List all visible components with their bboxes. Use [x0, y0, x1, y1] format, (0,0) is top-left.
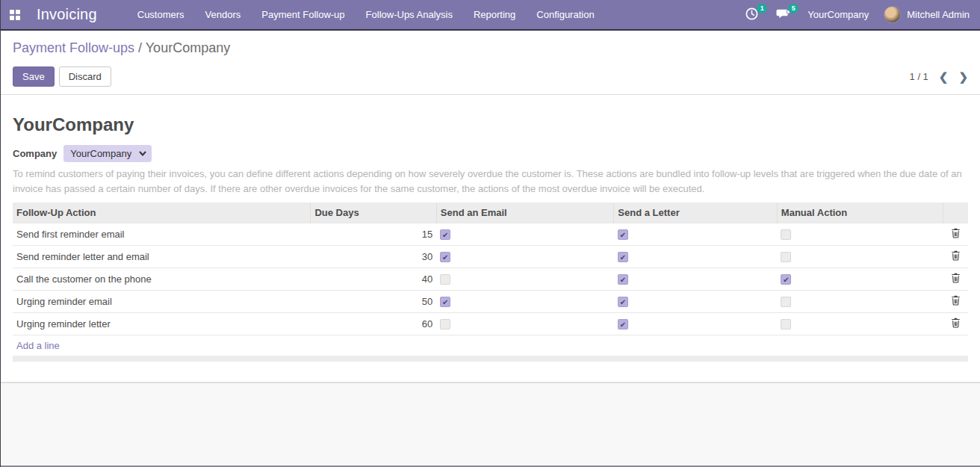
activities-button[interactable]: 1 [745, 7, 761, 23]
cell-due-days[interactable]: 30 [311, 246, 436, 268]
send-email-checkbox[interactable]: ✔ [440, 297, 450, 307]
cell-manual-action [777, 246, 943, 268]
cell-send-email: ✔ [436, 291, 614, 313]
table-row: Send reminder letter and email30✔✔ [13, 246, 968, 268]
company-field-label: Company [13, 148, 57, 159]
table-row: Send first reminder email15✔✔ [13, 223, 968, 246]
manual-action-checkbox[interactable] [781, 297, 791, 307]
send-letter-checkbox[interactable]: ✔ [618, 229, 628, 240]
table-footer-bar [13, 356, 968, 362]
cell-delete [943, 291, 968, 313]
menu-follow-ups-analysis[interactable]: Follow-Ups Analysis [356, 0, 463, 30]
cell-send-letter: ✔ [614, 291, 778, 313]
company-switcher[interactable]: YourCompany [807, 9, 869, 20]
delete-row-button[interactable] [951, 318, 961, 328]
messages-button[interactable]: 5 [776, 7, 793, 23]
send-email-checkbox[interactable] [440, 274, 450, 285]
delete-row-button[interactable] [951, 228, 961, 238]
cell-followup-action[interactable]: Send first reminder email [13, 223, 311, 246]
message-count-badge: 5 [788, 4, 798, 13]
breadcrumb-separator: / [134, 40, 146, 55]
table-row: Urging reminder email50✔✔ [13, 291, 968, 313]
delete-row-button[interactable] [951, 250, 961, 261]
trash-icon [951, 250, 961, 261]
activity-count-badge: 1 [757, 4, 767, 13]
manual-action-checkbox[interactable] [781, 252, 791, 262]
delete-row-button[interactable] [951, 295, 961, 306]
cell-send-email: ✔ [436, 223, 614, 246]
cell-delete [943, 246, 968, 268]
page-background [1, 383, 980, 467]
followup-help-text: To remind customers of paying their invo… [13, 167, 968, 196]
cell-due-days[interactable]: 50 [311, 291, 436, 313]
cell-followup-action[interactable]: Call the customer on the phone [13, 268, 311, 291]
cell-delete [943, 313, 968, 335]
top-navbar: Invoicing CustomersVendorsPayment Follow… [1, 0, 980, 31]
pager-prev-icon[interactable]: ❮ [939, 71, 949, 82]
send-email-checkbox[interactable] [440, 319, 450, 330]
cell-manual-action [777, 223, 943, 246]
manual-action-checkbox[interactable] [781, 319, 791, 330]
menu-reporting[interactable]: Reporting [463, 0, 526, 30]
cell-send-letter: ✔ [614, 246, 778, 268]
pager-next-icon[interactable]: ❯ [958, 71, 968, 82]
pager: 1 / 1 ❮ ❯ [910, 71, 968, 82]
table-header-row: Follow-Up Action Due Days Send an Email … [13, 202, 968, 223]
control-panel: Payment Follow-ups / YourCompany Save Di… [1, 31, 980, 95]
cell-send-email [436, 268, 614, 291]
cell-followup-action[interactable]: Urging reminder letter [13, 313, 311, 335]
send-email-checkbox[interactable]: ✔ [440, 252, 450, 262]
delete-row-button[interactable] [951, 273, 961, 283]
cell-send-letter: ✔ [614, 313, 778, 335]
user-menu[interactable]: Mitchell Admin [884, 6, 970, 23]
cell-delete [943, 268, 968, 291]
send-letter-checkbox[interactable]: ✔ [618, 274, 628, 285]
header-trash-spacer [943, 202, 968, 223]
discard-button[interactable]: Discard [59, 67, 111, 87]
cell-due-days[interactable]: 15 [311, 223, 436, 246]
add-a-line-link[interactable]: Add a line [16, 340, 60, 351]
menu-customers[interactable]: Customers [127, 0, 195, 30]
apps-grid-square [10, 16, 14, 20]
cell-manual-action [777, 291, 943, 313]
send-email-checkbox[interactable]: ✔ [440, 229, 450, 240]
navbar-menu: CustomersVendorsPayment Follow-upFollow-… [127, 0, 605, 30]
save-button[interactable]: Save [13, 67, 55, 87]
send-letter-checkbox[interactable]: ✔ [618, 297, 628, 307]
cell-send-letter: ✔ [614, 223, 778, 246]
header-manual-action: Manual Action [777, 202, 943, 223]
breadcrumb-parent-link[interactable]: Payment Follow-ups [13, 40, 134, 55]
manual-action-checkbox[interactable] [781, 229, 791, 240]
cell-delete [943, 223, 968, 246]
manual-action-checkbox[interactable]: ✔ [781, 274, 791, 285]
app-title[interactable]: Invoicing [37, 6, 97, 23]
cell-followup-action[interactable]: Urging reminder email [13, 291, 311, 313]
cell-followup-action[interactable]: Send reminder letter and email [13, 246, 311, 268]
cell-due-days[interactable]: 60 [311, 313, 436, 335]
followup-table-body: Send first reminder email15✔✔Send remind… [13, 223, 968, 356]
apps-grid-icon[interactable] [10, 10, 20, 20]
trash-icon [951, 228, 961, 238]
menu-configuration[interactable]: Configuration [526, 0, 604, 30]
header-due-days: Due Days [311, 202, 436, 223]
trash-icon [951, 318, 961, 328]
pager-value: 1 / 1 [910, 71, 928, 82]
trash-icon [951, 295, 961, 306]
cell-manual-action: ✔ [777, 268, 943, 291]
send-letter-checkbox[interactable]: ✔ [618, 252, 628, 262]
cell-send-email [436, 313, 614, 335]
form-sheet: YourCompany Company YourCompany To remin… [1, 95, 980, 383]
header-send-letter: Send a Letter [614, 202, 778, 223]
company-select[interactable]: YourCompany [63, 145, 152, 162]
avatar [884, 6, 901, 23]
menu-vendors[interactable]: Vendors [195, 0, 252, 30]
header-followup-action: Follow-Up Action [13, 202, 311, 223]
apps-grid-square [16, 10, 20, 14]
menu-payment-follow-up[interactable]: Payment Follow-up [251, 0, 355, 30]
apps-grid-square [16, 16, 20, 20]
cell-due-days[interactable]: 40 [311, 268, 436, 291]
send-letter-checkbox[interactable]: ✔ [618, 319, 628, 330]
table-row: Call the customer on the phone40✔✔ [13, 268, 968, 291]
breadcrumb-current: YourCompany [146, 40, 230, 55]
page-title: YourCompany [13, 114, 968, 135]
